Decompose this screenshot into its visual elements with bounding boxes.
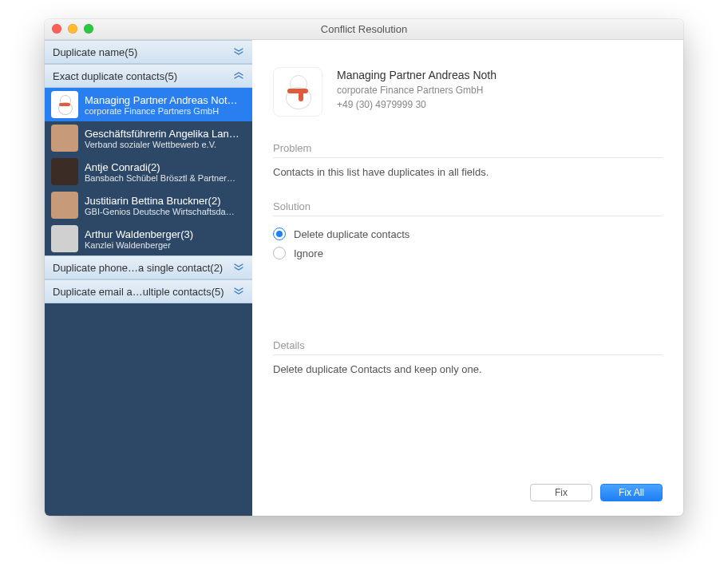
problem-label: Problem xyxy=(273,142,663,154)
sidebar-group-exact-duplicate[interactable]: Exact duplicate contacts(5) xyxy=(45,64,252,88)
sidebar-group-count: (5) xyxy=(164,70,177,82)
avatar xyxy=(51,225,78,252)
chevron-expanded-icon xyxy=(233,70,244,81)
fix-all-button[interactable]: Fix All xyxy=(600,484,663,501)
list-item[interactable]: Antje Conradi(2) Bansbach Schübel Bröszt… xyxy=(45,155,252,188)
avatar xyxy=(51,192,78,219)
contact-phone: +49 (30) 4979999 30 xyxy=(337,99,497,110)
titlebar: Conflict Resolution xyxy=(45,19,683,40)
avatar xyxy=(51,91,78,118)
list-item[interactable]: Arthur Waldenberger(3) Kanzlei Waldenber… xyxy=(45,222,252,255)
radio-delete-duplicates[interactable]: Delete duplicate contacts xyxy=(273,224,663,244)
details-text: Delete duplicate Contacts and keep only … xyxy=(273,363,663,375)
avatar xyxy=(51,125,78,152)
divider xyxy=(273,216,663,216)
contact-avatar xyxy=(273,67,322,117)
radio-dot-icon xyxy=(273,228,286,240)
list-item-sub: GBI-Genios Deutsche Wirtschaftsda… xyxy=(85,207,246,216)
list-item-sub: corporate Finance Partners GmbH xyxy=(85,106,246,116)
radio-dot-icon xyxy=(273,247,286,259)
avatar xyxy=(51,158,78,185)
list-item[interactable]: Justitiarin Bettina Bruckner(2) GBI-Geni… xyxy=(45,188,252,222)
minimize-icon[interactable] xyxy=(68,24,77,34)
sidebar-group-count: (5) xyxy=(212,286,224,298)
close-icon[interactable] xyxy=(52,24,61,34)
list-item-name: Geschäftsführerin Angelika Lan… xyxy=(85,128,246,140)
chevron-collapsed-icon xyxy=(233,46,244,57)
sidebar-group-label: Duplicate phone…a single contact xyxy=(53,262,210,274)
sidebar-items: Managing Partner Andreas Not… corporate … xyxy=(45,88,252,255)
sidebar-group-duplicate-name[interactable]: Duplicate name(5) xyxy=(45,40,252,64)
chevron-collapsed-icon xyxy=(233,286,244,297)
window: Conflict Resolution Duplicate name(5) Ex… xyxy=(45,19,683,516)
maximize-icon[interactable] xyxy=(84,24,93,34)
solution-label: Solution xyxy=(273,200,663,212)
divider xyxy=(273,157,663,158)
list-item-name: Managing Partner Andreas Not… xyxy=(85,94,246,106)
fix-button[interactable]: Fix xyxy=(530,484,592,501)
sidebar-group-label: Duplicate name xyxy=(53,46,125,58)
contact-name: Managing Partner Andreas Noth xyxy=(337,69,497,81)
list-item[interactable]: Managing Partner Andreas Not… corporate … xyxy=(45,88,252,121)
list-item-name: Arthur Waldenberger(3) xyxy=(85,228,246,240)
radio-ignore[interactable]: Ignore xyxy=(273,244,663,263)
details-label: Details xyxy=(273,339,663,351)
list-item-sub: Verband sozialer Wettbewerb e.V. xyxy=(85,140,246,149)
sidebar-group-count: (5) xyxy=(125,46,137,58)
sidebar: Duplicate name(5) Exact duplicate contac… xyxy=(45,40,252,516)
radio-label: Ignore xyxy=(294,247,323,259)
sidebar-group-label: Exact duplicate contacts xyxy=(53,70,164,82)
problem-text: Contacts in this list have duplicates in… xyxy=(273,166,663,178)
radio-label: Delete duplicate contacts xyxy=(294,228,410,240)
list-item-sub: Kanzlei Waldenberger xyxy=(85,240,246,250)
chevron-collapsed-icon xyxy=(233,262,244,273)
sidebar-group-duplicate-phone[interactable]: Duplicate phone…a single contact(2) xyxy=(45,255,252,279)
sidebar-group-label: Duplicate email a…ultiple contacts xyxy=(53,286,212,298)
sidebar-group-duplicate-email[interactable]: Duplicate email a…ultiple contacts(5) xyxy=(45,279,252,303)
window-title: Conflict Resolution xyxy=(45,23,683,35)
detail-pane: Managing Partner Andreas Noth corporate … xyxy=(252,40,683,516)
list-item[interactable]: Geschäftsführerin Angelika Lan… Verband … xyxy=(45,121,252,155)
list-item-name: Justitiarin Bettina Bruckner(2) xyxy=(85,195,246,207)
divider xyxy=(273,354,663,355)
list-item-sub: Bansbach Schübel Brösztl & Partner… xyxy=(85,173,246,183)
contact-company: corporate Finance Partners GmbH xyxy=(337,85,497,96)
sidebar-group-count: (2) xyxy=(210,262,223,274)
list-item-name: Antje Conradi(2) xyxy=(85,161,246,173)
